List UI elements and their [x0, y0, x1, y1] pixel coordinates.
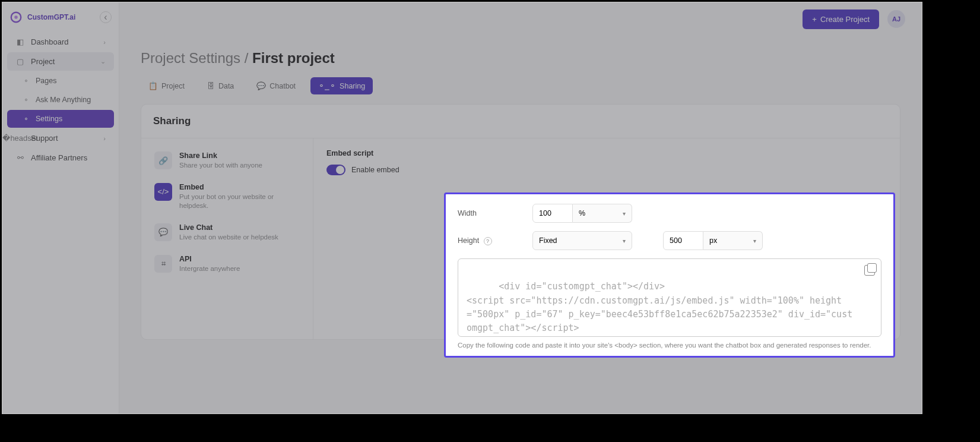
embed-code: <div id="customgpt_chat"></div> <script … — [467, 281, 852, 333]
copy-button[interactable] — [864, 265, 875, 276]
enable-embed-label: Enable embed — [351, 166, 399, 174]
share-icon: ⚬⎯⚬ — [318, 81, 336, 90]
sharing-options: 🔗 Share Link Share your bot with anyone … — [141, 138, 313, 339]
sidebar: CustomGPT.ai ‹ ◧ Dashboard › ▢ Project ⌄… — [2, 2, 119, 413]
select-value: px — [709, 236, 717, 245]
sidebar-collapse-button[interactable]: ‹ — [100, 11, 112, 23]
nav-label: Project — [31, 57, 55, 66]
breadcrumb-current: First project — [252, 50, 335, 66]
enable-embed-toggle[interactable] — [326, 165, 345, 175]
embed-title: Embed script — [326, 149, 887, 157]
chevron-down-icon: ▾ — [623, 210, 626, 217]
brand-name: CustomGPT.ai — [27, 13, 75, 21]
option-desc: Put your bot on your website or helpdesk… — [179, 192, 300, 210]
nav-affiliate[interactable]: ⚯ Affiliate Partners — [7, 149, 114, 167]
nav-label: Pages — [36, 77, 56, 85]
dashboard-icon: ◧ — [15, 37, 25, 46]
user-avatar[interactable]: AJ — [887, 10, 905, 28]
height-unit-select[interactable]: px ▾ — [703, 231, 763, 250]
topbar: + Create Project AJ — [119, 2, 922, 36]
option-title: Share Link — [179, 151, 262, 160]
option-live-chat[interactable]: 💬 Live Chat Live chat on website or help… — [151, 220, 303, 245]
nav-label: Dashboard — [31, 37, 69, 46]
tab-label: Project — [161, 82, 185, 90]
chevron-right-icon: › — [103, 39, 106, 46]
nav-label: Ask Me Anything — [36, 96, 91, 104]
nav-settings[interactable]: Settings — [7, 110, 114, 128]
api-icon: ⌗ — [154, 255, 172, 273]
link-icon: 🔗 — [154, 151, 172, 169]
nav-label: Support — [31, 134, 58, 143]
height-label-text: Height — [458, 236, 479, 245]
database-icon: 🗄 — [207, 82, 215, 90]
chevron-down-icon: ▾ — [623, 238, 626, 244]
chevron-down-icon: ▾ — [753, 238, 756, 244]
nav-ask-me-anything[interactable]: Ask Me Anything — [7, 91, 114, 109]
chat-icon: 💬 — [256, 81, 266, 90]
clipboard-icon: 📋 — [148, 81, 158, 90]
bullet-icon — [25, 99, 27, 101]
select-value: % — [579, 209, 585, 217]
bullet-icon — [25, 118, 27, 120]
help-icon[interactable]: ? — [484, 237, 492, 245]
nav-label: Settings — [36, 115, 62, 123]
avatar-initials: AJ — [892, 15, 900, 23]
bullet-icon — [25, 80, 27, 82]
project-icon: ▢ — [15, 57, 25, 66]
nav-support[interactable]: �headset Support › — [7, 129, 114, 147]
breadcrumb-parent: Project Settings / — [141, 50, 248, 66]
option-title: Embed — [179, 183, 300, 191]
nav-dashboard[interactable]: ◧ Dashboard › — [7, 33, 114, 51]
nav-pages[interactable]: Pages — [7, 72, 114, 90]
tab-label: Chatbot — [269, 82, 296, 90]
option-desc: Share your bot with anyone — [179, 161, 262, 170]
option-embed[interactable]: </> Embed Put your bot on your website o… — [151, 179, 303, 214]
width-input[interactable] — [532, 204, 573, 223]
tab-label: Sharing — [340, 82, 365, 90]
chevron-right-icon: › — [103, 135, 106, 142]
height-label: Height ? — [458, 236, 523, 245]
svg-point-1 — [14, 15, 18, 19]
width-label: Width — [458, 209, 523, 217]
chat-bubble-icon: 💬 — [154, 223, 172, 241]
option-title: Live Chat — [179, 223, 278, 232]
option-share-link[interactable]: 🔗 Share Link Share your bot with anyone — [151, 148, 303, 173]
tab-data[interactable]: 🗄 Data — [199, 77, 242, 94]
select-value: Fixed — [539, 236, 557, 245]
create-project-button[interactable]: + Create Project — [803, 10, 879, 29]
height-mode-select[interactable]: Fixed ▾ — [532, 231, 632, 250]
embed-code-box[interactable]: <div id="customgpt_chat"></div> <script … — [458, 258, 881, 337]
code-icon: </> — [154, 183, 172, 201]
support-icon: �headset — [15, 134, 25, 143]
embed-config-highlight: Width % ▾ Height ? Fixed ▾ — [444, 192, 895, 358]
option-desc: Live chat on website or helpdesk — [179, 233, 278, 242]
width-unit-select[interactable]: % ▾ — [573, 204, 632, 223]
logo-row: CustomGPT.ai ‹ — [2, 2, 119, 32]
tab-sharing[interactable]: ⚬⎯⚬ Sharing — [310, 77, 373, 94]
affiliate-icon: ⚯ — [15, 153, 25, 162]
tab-label: Data — [218, 82, 234, 90]
tab-chatbot[interactable]: 💬 Chatbot — [249, 77, 303, 94]
height-input[interactable] — [663, 231, 703, 250]
embed-help-text: Copy the following code and paste it int… — [458, 342, 881, 349]
brand-logo-icon — [9, 11, 23, 24]
option-title: API — [179, 255, 240, 263]
nav-project[interactable]: ▢ Project ⌄ — [7, 52, 114, 71]
option-api[interactable]: ⌗ API Intergrate anywhere — [151, 251, 303, 277]
page-title: Project Settings / First project — [141, 50, 900, 67]
tab-project[interactable]: 📋 Project — [141, 77, 192, 94]
option-desc: Intergrate anywhere — [179, 264, 240, 273]
plus-icon: + — [812, 15, 817, 24]
tabs: 📋 Project 🗄 Data 💬 Chatbot ⚬⎯⚬ Sharing — [141, 77, 900, 94]
chevron-down-icon: ⌄ — [100, 58, 106, 65]
nav-label: Affiliate Partners — [31, 153, 87, 162]
panel-title: Sharing — [141, 105, 900, 138]
create-label: Create Project — [820, 15, 870, 24]
